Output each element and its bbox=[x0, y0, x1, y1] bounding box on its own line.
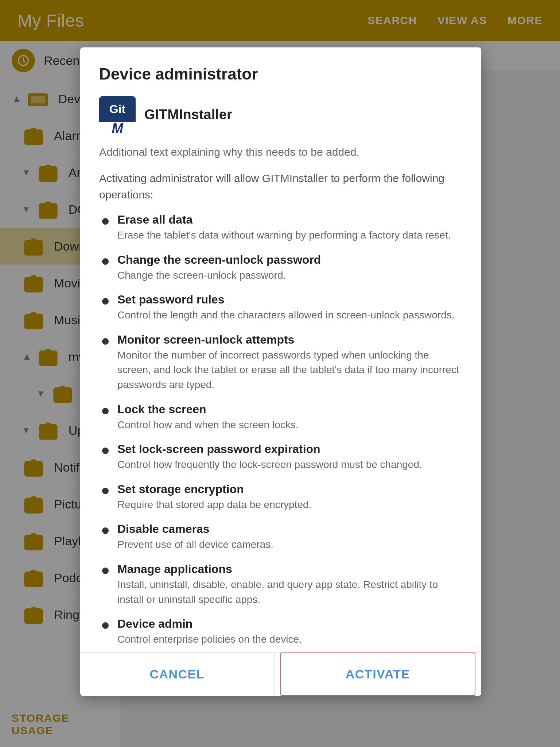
cancel-button[interactable]: CANCEL bbox=[80, 653, 275, 696]
bullet-icon-5 bbox=[102, 408, 109, 414]
permission-title-7: Set storage encryption bbox=[117, 483, 462, 496]
permission-item-monitor-attempts: Monitor screen-unlock attempts Monitor t… bbox=[99, 333, 462, 392]
app-logo-m: M bbox=[99, 122, 136, 135]
permission-desc-2: Change the screen-unlock password. bbox=[117, 268, 462, 283]
permission-text-7: Set storage encryption Require that stor… bbox=[117, 483, 462, 512]
bullet-icon-8 bbox=[102, 527, 109, 534]
permission-item-manage-apps: Manage applications Install, uninstall, … bbox=[99, 562, 462, 607]
permission-desc-4: Monitor the number of incorrect password… bbox=[117, 348, 462, 392]
permission-title-10: Device admin bbox=[117, 617, 462, 631]
bullet-icon-3 bbox=[102, 298, 109, 305]
permission-item-password-expiration: Set lock-screen password expiration Cont… bbox=[99, 442, 462, 472]
permission-text-10: Device admin Control enterprise policies… bbox=[117, 617, 462, 647]
bullet-icon-4 bbox=[102, 338, 109, 345]
permission-item-storage-encryption: Set storage encryption Require that stor… bbox=[99, 483, 462, 512]
app-logo: Git M bbox=[99, 96, 136, 133]
bullet-icon-9 bbox=[102, 568, 109, 574]
bullet-icon bbox=[102, 218, 109, 225]
permission-title-6: Set lock-screen password expiration bbox=[117, 442, 462, 456]
bullet-icon-6 bbox=[102, 448, 109, 454]
permission-item-password-rules: Set password rules Control the length an… bbox=[99, 293, 462, 323]
permission-text-9: Manage applications Install, uninstall, … bbox=[117, 562, 462, 607]
app-info: Git M GITMInstaller bbox=[99, 96, 462, 133]
permission-text-3: Set password rules Control the length an… bbox=[117, 293, 462, 323]
activate-button[interactable]: ACTIVATE bbox=[280, 653, 476, 696]
permission-desc-8: Prevent use of all device cameras. bbox=[117, 537, 462, 552]
permission-text-8: Disable cameras Prevent use of all devic… bbox=[117, 522, 462, 552]
permission-title-9: Manage applications bbox=[117, 562, 462, 576]
bullet-icon-10 bbox=[102, 622, 109, 629]
permission-title-4: Monitor screen-unlock attempts bbox=[117, 333, 462, 347]
dialog-subtitle: Additional text explaining why this need… bbox=[99, 144, 462, 160]
permission-text-2: Change the screen-unlock password Change… bbox=[117, 253, 462, 283]
permission-desc-9: Install, uninstall, disable, enable, and… bbox=[117, 577, 462, 607]
device-administrator-dialog: Device administrator Git M GITMInstaller… bbox=[80, 47, 481, 696]
svg-text:Git: Git bbox=[109, 102, 126, 116]
permission-text-4: Monitor screen-unlock attempts Monitor t… bbox=[117, 333, 462, 392]
permission-text-5: Lock the screen Control how and when the… bbox=[117, 403, 462, 433]
bullet-icon-7 bbox=[102, 488, 109, 494]
permissions-list: Erase all data Erase the tablet's data w… bbox=[99, 213, 462, 647]
permission-item-disable-cameras: Disable cameras Prevent use of all devic… bbox=[99, 522, 462, 552]
permission-desc-5: Control how and when the screen locks. bbox=[117, 418, 462, 433]
permission-desc: Erase the tablet's data without warning … bbox=[117, 228, 462, 243]
dialog-content: Device administrator Git M GITMInstaller… bbox=[80, 47, 481, 649]
app-name-label: GITMInstaller bbox=[144, 107, 232, 123]
git-logo-icon: Git bbox=[103, 100, 132, 118]
permission-title-2: Change the screen-unlock password bbox=[117, 253, 462, 267]
permission-desc-6: Control how frequently the lock-screen p… bbox=[117, 457, 462, 472]
dialog-title: Device administrator bbox=[99, 65, 462, 83]
permission-title: Erase all data bbox=[117, 213, 462, 227]
bullet-icon-2 bbox=[102, 258, 109, 265]
permission-title-3: Set password rules bbox=[117, 293, 462, 306]
permission-text: Erase all data Erase the tablet's data w… bbox=[117, 213, 462, 243]
permission-desc-3: Control the length and the characters al… bbox=[117, 308, 462, 323]
permission-text-6: Set lock-screen password expiration Cont… bbox=[117, 442, 462, 472]
permission-title-5: Lock the screen bbox=[117, 403, 462, 416]
permission-item-erase-data: Erase all data Erase the tablet's data w… bbox=[99, 213, 462, 243]
dialog-description: Activating administrator will allow GITM… bbox=[99, 170, 462, 203]
permission-title-8: Disable cameras bbox=[117, 522, 462, 536]
permission-item-device-admin: Device admin Control enterprise policies… bbox=[99, 617, 462, 647]
permission-item-lock-screen: Lock the screen Control how and when the… bbox=[99, 403, 462, 433]
permission-item-screen-unlock: Change the screen-unlock password Change… bbox=[99, 253, 462, 283]
dialog-buttons: CANCEL ACTIVATE bbox=[80, 652, 481, 696]
permission-desc-10: Control enterprise policies on the devic… bbox=[117, 632, 462, 647]
app-logo-bg: Git bbox=[99, 96, 136, 122]
permission-desc-7: Require that stored app data be encrypte… bbox=[117, 498, 462, 512]
